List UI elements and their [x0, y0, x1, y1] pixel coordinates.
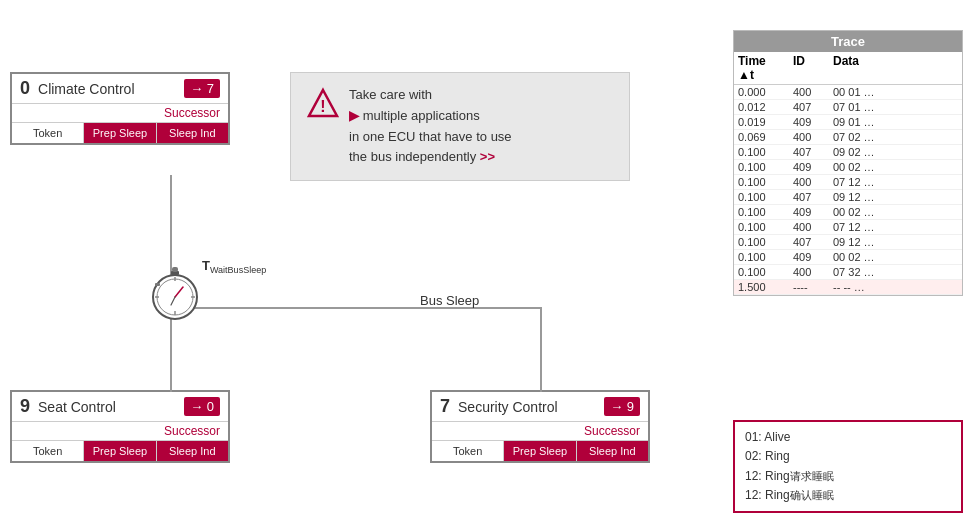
warning-arrows: >> — [480, 149, 495, 164]
legend-code-1: 01: — [745, 430, 764, 444]
legend-item-1: 01: Alive — [745, 428, 951, 447]
climate-number: 0 — [20, 78, 30, 99]
trace-row: 0.012 407 07 01 … — [734, 100, 962, 115]
seat-arrow: → 0 — [184, 397, 220, 416]
timer-label: TWaitBusSleep — [202, 258, 266, 275]
trace-row: 0.100 400 07 12 … — [734, 175, 962, 190]
trace-time: 0.100 — [738, 191, 793, 203]
svg-rect-8 — [155, 283, 160, 286]
trace-data: 09 12 … — [833, 191, 958, 203]
trace-data: 07 01 … — [833, 101, 958, 113]
security-control-box: 7 Security Control → 9 Successor Token P… — [430, 390, 650, 463]
svg-text:!: ! — [320, 98, 325, 115]
trace-time: 0.000 — [738, 86, 793, 98]
timer-icon — [145, 255, 205, 325]
seat-control-header: 9 Seat Control → 0 — [12, 392, 228, 422]
trace-rows: 0.000 400 00 01 … 0.012 407 07 01 … 0.01… — [734, 85, 962, 295]
legend-box: 01: Alive 02: Ring 12: Ring请求睡眠 12: Ring… — [733, 420, 963, 513]
trace-id: 400 — [793, 266, 833, 278]
security-sleep-ind-btn[interactable]: Sleep Ind — [577, 441, 648, 461]
climate-buttons: Token Prep Sleep Sleep Ind — [12, 122, 228, 143]
trace-id: 407 — [793, 146, 833, 158]
timer-container — [145, 255, 205, 328]
security-arrow: → 9 — [604, 397, 640, 416]
legend-label-3: Ring — [765, 469, 790, 483]
security-successor: Successor — [432, 422, 648, 440]
seat-name: Seat Control — [38, 399, 184, 415]
trace-data: 00 02 … — [833, 206, 958, 218]
trace-data: 07 12 … — [833, 221, 958, 233]
seat-control-box: 9 Seat Control → 0 Successor Token Prep … — [10, 390, 230, 463]
trace-row: 0.100 407 09 12 … — [734, 235, 962, 250]
trace-id: 400 — [793, 131, 833, 143]
trace-time: 1.500 — [738, 281, 793, 293]
trace-row: 0.019 409 09 01 … — [734, 115, 962, 130]
warning-arrow-prefix: ▶ — [349, 108, 363, 123]
climate-prep-sleep-btn[interactable]: Prep Sleep — [84, 123, 156, 143]
trace-row: 0.069 400 07 02 … — [734, 130, 962, 145]
trace-time: 0.100 — [738, 146, 793, 158]
line-horizontal-bus — [170, 307, 542, 309]
trace-id: 400 — [793, 176, 833, 188]
trace-data: 00 02 … — [833, 251, 958, 263]
security-name: Security Control — [458, 399, 604, 415]
trace-row: 0.100 409 00 02 … — [734, 160, 962, 175]
col-id-header: ID — [793, 54, 833, 82]
trace-data: 00 02 … — [833, 161, 958, 173]
legend-chinese-4: 确认睡眠 — [790, 489, 834, 501]
legend-code-4: 12: — [745, 488, 765, 502]
trace-data: 07 02 … — [833, 131, 958, 143]
security-number: 7 — [440, 396, 450, 417]
trace-time: 0.100 — [738, 236, 793, 248]
trace-id: 407 — [793, 101, 833, 113]
seat-successor: Successor — [12, 422, 228, 440]
warning-line2: multiple applications — [363, 108, 480, 123]
trace-row: 0.100 407 09 02 … — [734, 145, 962, 160]
legend-code-3: 12: — [745, 469, 765, 483]
trace-time: 0.100 — [738, 251, 793, 263]
warning-text: Take care with ▶ multiple applications i… — [349, 85, 512, 168]
trace-row: 0.100 407 09 12 … — [734, 190, 962, 205]
trace-id: 407 — [793, 191, 833, 203]
trace-data: 09 12 … — [833, 236, 958, 248]
trace-data: 09 01 … — [833, 116, 958, 128]
trace-row: 1.500 ---- -- -- … — [734, 280, 962, 295]
trace-id: 409 — [793, 251, 833, 263]
line-vertical-security — [540, 307, 542, 392]
legend-item-3: 12: Ring请求睡眠 — [745, 467, 951, 486]
trace-row: 0.100 409 00 02 … — [734, 250, 962, 265]
trace-row: 0.100 409 00 02 … — [734, 205, 962, 220]
trace-id: 400 — [793, 86, 833, 98]
main-container: 0 Climate Control → 7 Successor Token Pr… — [0, 0, 973, 531]
security-prep-sleep-btn[interactable]: Prep Sleep — [504, 441, 576, 461]
climate-token-btn[interactable]: Token — [12, 123, 84, 143]
seat-sleep-ind-btn[interactable]: Sleep Ind — [157, 441, 228, 461]
legend-item-2: 02: Ring — [745, 447, 951, 466]
trace-row: 0.000 400 00 01 … — [734, 85, 962, 100]
climate-name: Climate Control — [38, 81, 184, 97]
warning-line1: Take care with — [349, 87, 432, 102]
svg-rect-7 — [172, 267, 178, 272]
legend-label-4: Ring — [765, 488, 790, 502]
trace-row: 0.100 400 07 32 … — [734, 265, 962, 280]
seat-prep-sleep-btn[interactable]: Prep Sleep — [84, 441, 156, 461]
climate-control-header: 0 Climate Control → 7 — [12, 74, 228, 104]
legend-item-4: 12: Ring确认睡眠 — [745, 486, 951, 505]
seat-token-btn[interactable]: Token — [12, 441, 84, 461]
trace-time: 0.069 — [738, 131, 793, 143]
security-token-btn[interactable]: Token — [432, 441, 504, 461]
trace-time: 0.019 — [738, 116, 793, 128]
climate-sleep-ind-btn[interactable]: Sleep Ind — [157, 123, 228, 143]
legend-label-1: Alive — [764, 430, 790, 444]
col-time-header: Time ▲t — [738, 54, 793, 82]
trace-id: 409 — [793, 116, 833, 128]
bus-sleep-label: Bus Sleep — [420, 293, 479, 308]
legend-code-2: 02: — [745, 449, 765, 463]
col-data-header: Data — [833, 54, 958, 82]
warning-line4: the bus independently — [349, 149, 476, 164]
climate-successor: Successor — [12, 104, 228, 122]
trace-time: 0.100 — [738, 221, 793, 233]
trace-time: 0.100 — [738, 266, 793, 278]
climate-control-box: 0 Climate Control → 7 Successor Token Pr… — [10, 72, 230, 145]
trace-time: 0.100 — [738, 176, 793, 188]
